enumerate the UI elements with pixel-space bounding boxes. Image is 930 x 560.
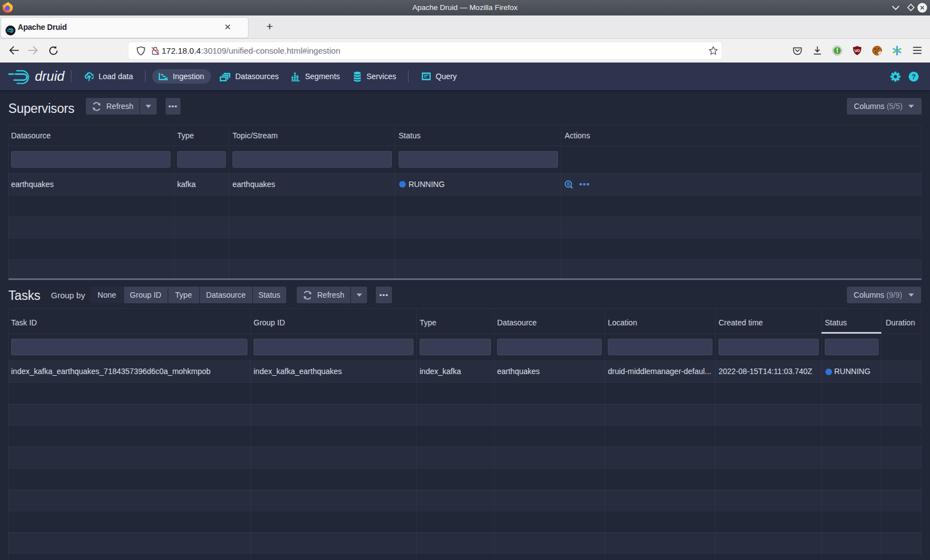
svg-text:?: ?: [912, 73, 916, 81]
svg-text:UO: UO: [855, 49, 860, 53]
